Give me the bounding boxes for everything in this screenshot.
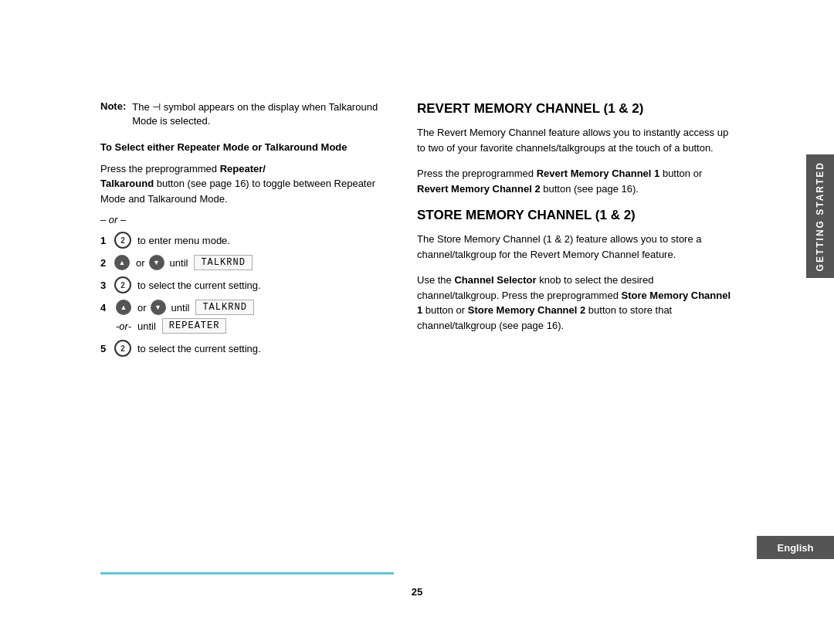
or-divider: – or – — [100, 214, 394, 225]
arrow-down-icon-2 — [149, 255, 164, 270]
right-column: REVERT MEMORY CHANNEL (1 & 2) The Revert… — [417, 100, 734, 567]
step-2-display: TALKRND — [194, 255, 252, 270]
step-4-until2: until — [137, 320, 156, 332]
blue-bottom-line — [100, 572, 394, 575]
step-4-line2: -or- until REPEATER — [100, 318, 226, 334]
step-2-or: or — [136, 257, 145, 269]
arrow-up-icon-4 — [116, 300, 131, 315]
menu-icon-5: 2 — [114, 340, 131, 357]
menu-icon-3: 2 — [114, 276, 131, 293]
note-text: The ⊣ symbol appears on the display when… — [132, 100, 394, 128]
main-content: Note: The ⊣ symbol appears on the displa… — [100, 100, 734, 567]
step-2-content: or until TALKRND — [114, 255, 253, 270]
step-number-5: 5 — [100, 343, 114, 354]
step-2: 2 or until TALKRND — [100, 255, 394, 270]
step-number-1: 1 — [100, 235, 114, 246]
step-5-content: 2 to select the current setting. — [114, 340, 261, 357]
store-para1: The Store Memory Channel (1 & 2) feature… — [417, 232, 734, 262]
step-1-text: to enter menu mode. — [137, 235, 230, 246]
store-memory-heading: STORE MEMORY CHANNEL (1 & 2) — [417, 207, 734, 224]
step-4: 4 or until TALKRND -or- until REPEATER — [100, 300, 394, 334]
step-1-content: 2 to enter menu mode. — [114, 232, 230, 249]
left-body-text: Press the preprogrammed Repeater/Talkaro… — [100, 161, 394, 207]
bold-revert-channel1: Revert Memory Channel 1 — [537, 168, 660, 179]
page-container: Note: The ⊣ symbol appears on the displa… — [0, 0, 834, 644]
bold-store-channel2: Store Memory Channel 2 — [468, 304, 585, 316]
step-4-or2: -or- — [116, 320, 131, 332]
step-3-text: to select the current setting. — [137, 280, 261, 291]
step-number-3: 3 — [100, 280, 114, 291]
step-4-until: until — [171, 302, 190, 314]
english-label: English — [778, 542, 814, 554]
note-section: Note: The ⊣ symbol appears on the displa… — [100, 100, 394, 128]
english-tab[interactable]: English — [757, 536, 834, 559]
step-3-content: 2 to select the current setting. — [114, 276, 261, 293]
revert-memory-heading: REVERT MEMORY CHANNEL (1 & 2) — [417, 100, 734, 117]
getting-started-tab[interactable]: GETTING STARTED — [806, 154, 834, 278]
bold-revert-channel2: Revert Memory Channel 2 — [417, 183, 541, 195]
revert-para2: Press the preprogrammed Revert Memory Ch… — [417, 166, 734, 196]
bold-channel-selector: Channel Selector — [454, 274, 536, 286]
step-2-until: until — [170, 257, 188, 269]
step-1: 1 2 to enter menu mode. — [100, 232, 394, 249]
page-number: 25 — [412, 586, 422, 598]
step-4-line1: 4 or until TALKRND — [100, 300, 254, 315]
step-3: 3 2 to select the current setting. — [100, 276, 394, 293]
revert-para1: The Revert Memory Channel feature allows… — [417, 125, 734, 155]
step-number-4: 4 — [100, 302, 114, 314]
note-label: Note: — [100, 100, 126, 112]
steps-list: 1 2 to enter menu mode. 2 or until TALKR… — [100, 232, 394, 357]
step-number-2: 2 — [100, 257, 114, 269]
step-4-or: or — [137, 302, 147, 314]
arrow-down-icon-4 — [151, 300, 166, 315]
getting-started-label: GETTING STARTED — [815, 161, 826, 271]
bold-repeater: Repeater/Talkaround — [100, 163, 266, 190]
step-5-text: to select the current setting. — [137, 343, 261, 354]
step-4-display1: TALKRND — [195, 300, 253, 315]
arrow-up-icon-2 — [114, 255, 130, 270]
left-column: Note: The ⊣ symbol appears on the displa… — [100, 100, 394, 567]
step-5: 5 2 to select the current setting. — [100, 340, 394, 357]
left-subheading: To Select either Repeater Mode or Talkar… — [100, 141, 394, 154]
step-4-display2: REPEATER — [162, 318, 227, 334]
store-para2: Use the Channel Selector knob to select … — [417, 273, 734, 333]
menu-icon-1: 2 — [114, 232, 131, 249]
